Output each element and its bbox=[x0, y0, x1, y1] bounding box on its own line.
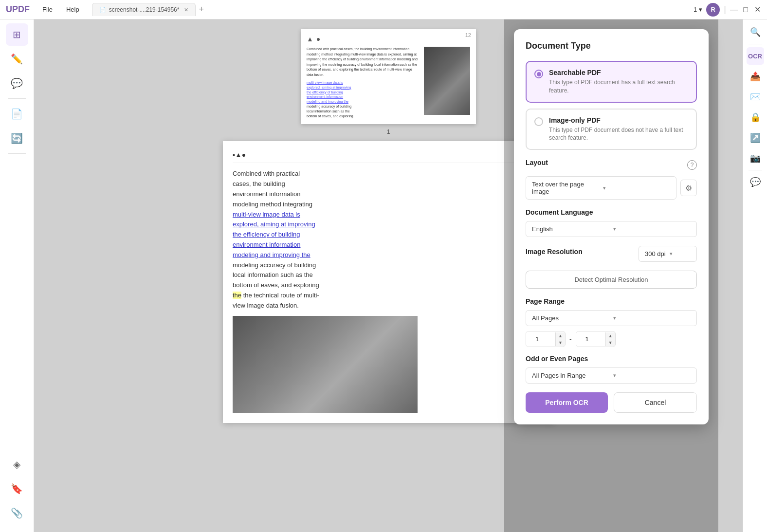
minimize-button[interactable]: — bbox=[730, 6, 738, 14]
pdf-link-2[interactable]: explored, aiming at improving bbox=[307, 86, 351, 89]
main-link-3[interactable]: the efficiency of building bbox=[233, 231, 300, 238]
range-end-down[interactable]: ▼ bbox=[605, 339, 615, 346]
maximize-button[interactable]: □ bbox=[742, 6, 749, 14]
pdf-main-text: Combined with practical cases, the build… bbox=[233, 169, 544, 311]
page-range-section: Page Range All Pages ▾ ▲ ▼ - bbox=[526, 297, 697, 347]
sidebar-item-edit[interactable]: ✏️ bbox=[6, 48, 28, 70]
sidebar-item-pages[interactable]: 📄 bbox=[6, 103, 28, 125]
sidebar-item-comment[interactable]: 💬 bbox=[6, 72, 28, 94]
perform-ocr-button[interactable]: Perform OCR bbox=[526, 392, 608, 413]
pdf-main-toolbar: ▪▲● bbox=[233, 151, 544, 163]
right-sidebar-divider-1 bbox=[749, 44, 762, 44]
pdf-link-3[interactable]: the efficiency of building bbox=[307, 91, 343, 94]
ocr-panel: Document Type Searchable PDF This type o… bbox=[514, 29, 709, 424]
edit-icon: ✏️ bbox=[11, 53, 23, 65]
image-only-pdf-radio[interactable] bbox=[534, 117, 543, 126]
page-range-dropdown[interactable]: All Pages ▾ bbox=[526, 310, 697, 326]
layout-dropdown-row: Text over the page image ▾ ⚙ bbox=[526, 176, 697, 200]
resolution-section: Image Resolution 300 dpi ▾ Detect Optima… bbox=[526, 246, 697, 289]
language-label: Document Language bbox=[526, 208, 697, 216]
toolbar-shape-icon: ▲ bbox=[307, 35, 313, 43]
sidebar-divider-2 bbox=[8, 153, 26, 154]
tab-title: screenshot-....219-154956* bbox=[109, 6, 180, 13]
organize-icon: ⊞ bbox=[13, 29, 21, 40]
active-tab[interactable]: 📄 screenshot-....219-154956* ✕ bbox=[92, 3, 196, 16]
right-sidebar-protect[interactable]: 🔒 bbox=[747, 109, 764, 126]
detect-resolution-button[interactable]: Detect Optimal Resolution bbox=[526, 271, 697, 289]
range-start-spinner[interactable]: ▲ ▼ bbox=[526, 331, 566, 347]
pdf-link-4[interactable]: environment information bbox=[307, 95, 343, 98]
content-area: 12 ▲ ● Combined with practical cases, th… bbox=[34, 19, 743, 532]
tab-close-button[interactable]: ✕ bbox=[184, 7, 188, 13]
page-number: 1 bbox=[694, 6, 697, 13]
convert-icon: 🔄 bbox=[11, 132, 23, 144]
layout-settings-button[interactable]: ⚙ bbox=[680, 180, 697, 196]
pdf-main-image bbox=[233, 316, 418, 413]
ocr-overlay: Document Type Searchable PDF This type o… bbox=[504, 19, 718, 532]
range-end-spinner[interactable]: ▲ ▼ bbox=[576, 331, 616, 347]
right-sidebar-scan[interactable]: 📷 bbox=[747, 149, 764, 167]
document-type-section: Document Type Searchable PDF This type o… bbox=[526, 41, 697, 150]
page-nav[interactable]: 1 ▾ bbox=[694, 6, 702, 13]
sidebar-item-attachments[interactable]: 📎 bbox=[6, 502, 28, 524]
odd-even-dropdown-arrow: ▾ bbox=[613, 372, 691, 379]
tab-file-icon: 📄 bbox=[99, 7, 106, 13]
user-avatar[interactable]: R bbox=[706, 3, 720, 17]
image-only-pdf-card[interactable]: Image-only PDF This type of PDF document… bbox=[526, 109, 697, 150]
odd-even-dropdown[interactable]: All Pages in Range ▾ bbox=[526, 367, 697, 384]
pdf-link-5[interactable]: modeling and improving the bbox=[307, 100, 348, 103]
language-dropdown[interactable]: English ▾ bbox=[526, 221, 697, 237]
main-link-5[interactable]: modeling and improving the bbox=[233, 251, 310, 258]
sidebar-divider-1 bbox=[8, 98, 26, 99]
left-sidebar: ⊞ ✏️ 💬 📄 🔄 ◈ 🔖 📎 bbox=[0, 19, 34, 532]
chat-icon: 💬 bbox=[750, 177, 761, 187]
menu-help[interactable]: Help bbox=[61, 4, 84, 15]
range-dash: - bbox=[569, 335, 572, 343]
menu-file[interactable]: File bbox=[37, 4, 57, 15]
language-selected-option: English bbox=[532, 225, 609, 233]
sidebar-item-bookmarks[interactable]: 🔖 bbox=[6, 477, 28, 500]
main-link-2[interactable]: explored, aiming at improving bbox=[233, 220, 315, 228]
resolution-dropdown[interactable]: 300 dpi ▾ bbox=[639, 246, 697, 262]
comment-icon: 💬 bbox=[11, 77, 23, 89]
searchable-pdf-card[interactable]: Searchable PDF This type of PDF document… bbox=[526, 61, 697, 103]
range-start-input[interactable] bbox=[526, 331, 555, 347]
layout-selected-option: Text over the page image bbox=[532, 181, 599, 195]
searchable-pdf-radio[interactable] bbox=[534, 70, 543, 78]
resolution-dropdown-arrow: ▾ bbox=[670, 251, 691, 257]
right-sidebar-search[interactable]: 🔍 bbox=[747, 23, 764, 41]
pdf-thumbnail-text: Combined with practical cases, the build… bbox=[307, 47, 419, 77]
share-icon: ↗️ bbox=[750, 132, 761, 143]
right-sidebar-share[interactable]: ↗️ bbox=[747, 129, 764, 147]
page-range-selected-option: All Pages bbox=[532, 314, 609, 322]
pdf-link-1[interactable]: multi-view image data is bbox=[307, 81, 343, 84]
image-only-pdf-desc: This type of PDF document does not have … bbox=[549, 126, 688, 143]
right-sidebar-divider-2 bbox=[749, 170, 762, 170]
main-link-4[interactable]: environment information bbox=[233, 241, 300, 248]
searchable-pdf-desc: This type of PDF document has a full tex… bbox=[549, 78, 688, 95]
right-sidebar-chat[interactable]: 💬 bbox=[747, 173, 764, 191]
resolution-header: Image Resolution 300 dpi ▾ bbox=[526, 246, 697, 262]
range-start-down[interactable]: ▼ bbox=[555, 339, 565, 346]
sidebar-item-organize[interactable]: ⊞ bbox=[6, 23, 28, 46]
range-end-input[interactable] bbox=[576, 331, 605, 347]
odd-even-section: Odd or Even Pages All Pages in Range ▾ bbox=[526, 355, 697, 384]
search-icon: 🔍 bbox=[750, 27, 761, 37]
odd-even-selected-option: All Pages in Range bbox=[532, 372, 609, 379]
new-tab-button[interactable]: + bbox=[196, 4, 207, 15]
layout-dropdown[interactable]: Text over the page image ▾ bbox=[526, 176, 676, 200]
right-sidebar-export[interactable]: 📤 bbox=[747, 68, 764, 85]
sidebar-item-convert[interactable]: 🔄 bbox=[6, 127, 28, 149]
sidebar-item-layers[interactable]: ◈ bbox=[6, 453, 28, 476]
range-start-up[interactable]: ▲ bbox=[555, 332, 565, 339]
layout-help-button[interactable]: ? bbox=[687, 160, 697, 170]
close-button[interactable]: ✕ bbox=[753, 6, 761, 14]
right-sidebar-mail[interactable]: ✉️ bbox=[747, 88, 764, 106]
attachments-icon: 📎 bbox=[11, 507, 23, 519]
cancel-button[interactable]: Cancel bbox=[614, 392, 697, 413]
searchable-pdf-content: Searchable PDF This type of PDF document… bbox=[549, 69, 688, 95]
main-link-1[interactable]: multi-view image data is bbox=[233, 211, 300, 218]
range-end-up[interactable]: ▲ bbox=[605, 332, 615, 339]
right-sidebar-ocr[interactable]: OCR bbox=[747, 47, 764, 65]
page-nav-arrow[interactable]: ▾ bbox=[699, 6, 702, 13]
